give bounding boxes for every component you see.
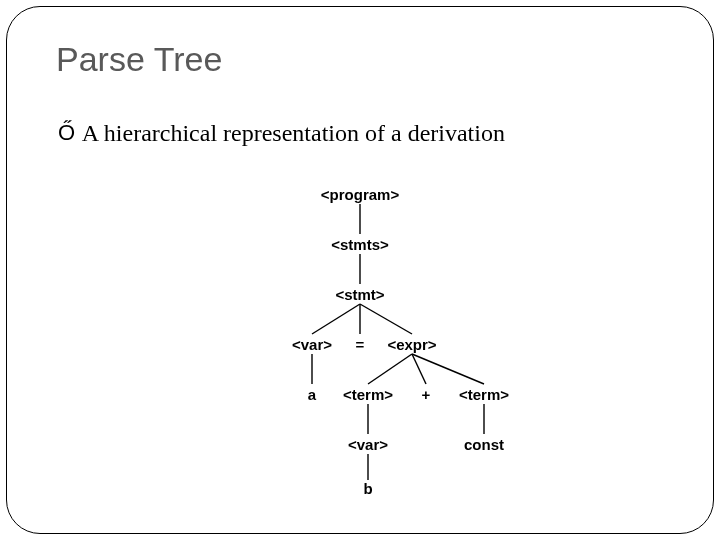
node-stmts: <stmts> xyxy=(331,236,389,253)
svg-line-2 xyxy=(312,304,360,334)
node-b: b xyxy=(363,480,372,497)
node-stmt: <stmt> xyxy=(335,286,384,303)
node-plus: + xyxy=(422,386,431,403)
svg-line-8 xyxy=(412,354,484,384)
bullet-row: Ő A hierarchical representation of a der… xyxy=(58,120,505,147)
node-const: const xyxy=(464,436,504,453)
svg-line-6 xyxy=(368,354,412,384)
node-var: <var> xyxy=(292,336,332,353)
node-term1: <term> xyxy=(343,386,393,403)
node-term2: <term> xyxy=(459,386,509,403)
svg-line-4 xyxy=(360,304,412,334)
bullet-icon: Ő xyxy=(58,120,75,146)
slide-title: Parse Tree xyxy=(56,40,222,79)
node-eq: = xyxy=(356,336,365,353)
node-a: a xyxy=(308,386,316,403)
bullet-text: A hierarchical representation of a deriv… xyxy=(82,120,505,146)
node-expr: <expr> xyxy=(387,336,436,353)
node-var2: <var> xyxy=(348,436,388,453)
node-program: <program> xyxy=(321,186,399,203)
parse-tree: <program> <stmts> <stmt> <var> = <expr> … xyxy=(0,180,720,510)
